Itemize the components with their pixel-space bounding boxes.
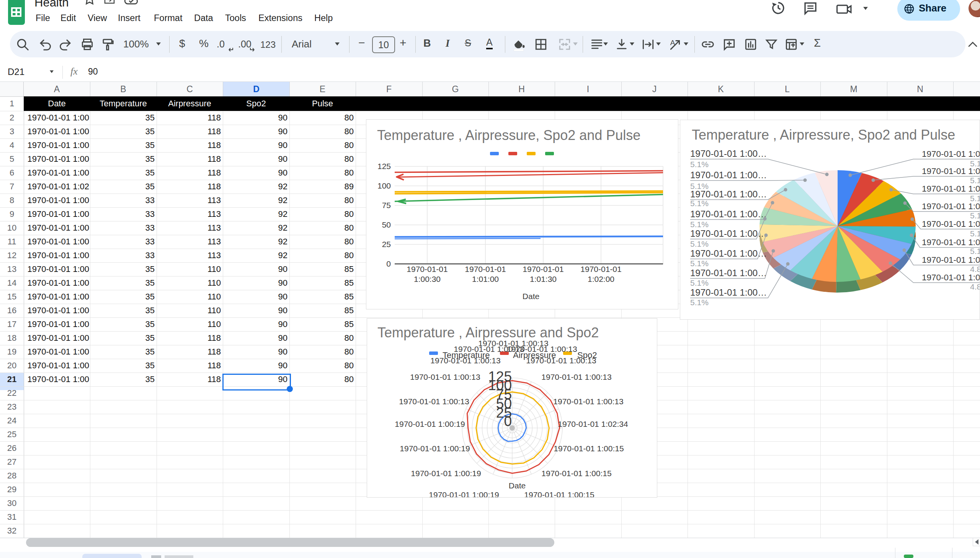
- svg-text:1970-01-01 1:00…: 1970-01-01 1:00…: [690, 287, 767, 297]
- svg-text:1970-01-01 1:00…: 1970-01-01 1:00…: [690, 148, 767, 159]
- svg-text:1970-01-01: 1970-01-01: [465, 265, 506, 274]
- svg-text:1970-01-01 1:00:13: 1970-01-01 1:00:13: [399, 397, 469, 406]
- svg-text:5.1%: 5.1%: [690, 259, 708, 268]
- svg-text:5.1%: 5.1%: [970, 247, 980, 256]
- svg-text:1970-01-01 1:00:13: 1970-01-01 1:00:13: [541, 373, 611, 381]
- svg-text:1970-01-01 1:00:19: 1970-01-01 1:00:19: [395, 420, 465, 428]
- svg-text:4.8%: 4.8%: [970, 282, 980, 291]
- svg-text:1970-01-01 1:00…: 1970-01-01 1:00…: [690, 189, 767, 199]
- svg-text:1970-01-01 1:00:15: 1970-01-01 1:00:15: [541, 469, 611, 478]
- svg-text:50: 50: [382, 220, 391, 229]
- svg-text:125: 125: [377, 162, 391, 171]
- svg-text:Date: Date: [509, 481, 525, 490]
- svg-text:1970-01-01 1:00:19: 1970-01-01 1:00:19: [429, 490, 499, 497]
- svg-text:1970-01-01 1:00…: 1970-01-01 1:00…: [690, 209, 767, 219]
- svg-text:Temperature , Airpressure and: Temperature , Airpressure and Spo2: [377, 325, 599, 340]
- svg-text:5.1%: 5.1%: [970, 176, 980, 185]
- svg-text:1:01:30: 1:01:30: [530, 275, 557, 283]
- svg-text:1970-01-01 1:00:13: 1970-01-01 1:00:13: [922, 166, 980, 176]
- svg-text:A: A: [670, 39, 675, 47]
- svg-text:5.1%: 5.1%: [690, 298, 708, 307]
- svg-text:5.1%: 5.1%: [690, 220, 708, 229]
- svg-text:5.1%: 5.1%: [690, 240, 708, 248]
- svg-text:1970-01-01 1:00:13: 1970-01-01 1:00:13: [922, 219, 980, 229]
- svg-text:1970-01-01 1:00:13: 1970-01-01 1:00:13: [430, 356, 500, 365]
- svg-text:1970-01-01 1:02:34: 1970-01-01 1:02:34: [922, 238, 980, 247]
- svg-text:Temperature , Airpressure, Spo: Temperature , Airpressure, Spo2 and Puls…: [377, 127, 641, 143]
- svg-text:1970-01-01 1:00:15: 1970-01-01 1:00:15: [922, 273, 980, 282]
- svg-text:1970-01-01 1:00…: 1970-01-01 1:00…: [690, 268, 767, 278]
- svg-text:25: 25: [382, 240, 391, 249]
- svg-text:1970-01-01 1:00…: 1970-01-01 1:00…: [690, 248, 767, 259]
- svg-text:1970-01-01 1:00:13: 1970-01-01 1:00:13: [922, 149, 980, 159]
- svg-text:5.1%: 5.1%: [970, 211, 980, 220]
- svg-text:1970-01-01 1:00:13: 1970-01-01 1:00:13: [507, 345, 577, 353]
- svg-text:1970-01-01 1:00:15: 1970-01-01 1:00:15: [553, 444, 624, 453]
- svg-text:1970-01-01: 1970-01-01: [522, 265, 563, 274]
- svg-text:5.1%: 5.1%: [690, 160, 708, 169]
- svg-text:5.1%: 5.1%: [690, 279, 708, 287]
- svg-text:1970-01-01 1:00:15: 1970-01-01 1:00:15: [524, 490, 594, 497]
- svg-text:1970-01-01 1:02:34: 1970-01-01 1:02:34: [558, 420, 628, 428]
- svg-text:1970-01-01 1:00:13: 1970-01-01 1:00:13: [526, 356, 596, 365]
- svg-text:5.1%: 5.1%: [970, 229, 980, 238]
- svg-text:1970-01-01 1:00:13: 1970-01-01 1:00:13: [553, 397, 623, 406]
- svg-text:Date: Date: [522, 292, 539, 300]
- svg-text:1:00:30: 1:00:30: [414, 275, 441, 283]
- svg-text:1970-01-01: 1970-01-01: [580, 265, 621, 274]
- svg-text:1970-01-01 1:00:13: 1970-01-01 1:00:13: [922, 202, 980, 211]
- svg-text:1970-01-01 1:00:13: 1970-01-01 1:00:13: [922, 184, 980, 194]
- svg-text:0: 0: [386, 259, 391, 268]
- svg-text:5.1%: 5.1%: [690, 199, 708, 208]
- svg-text:Temperature , Airpressure, Spo: Temperature , Airpressure, Spo2 and Puls…: [692, 127, 955, 143]
- svg-text:1970-01-01 1:00:15: 1970-01-01 1:00:15: [922, 255, 980, 265]
- svg-text:100: 100: [377, 181, 391, 190]
- svg-text:1970-01-01 1:00…: 1970-01-01 1:00…: [690, 170, 767, 180]
- svg-text:1970-01-01: 1970-01-01: [407, 265, 448, 274]
- svg-text:4.8%: 4.8%: [970, 265, 980, 274]
- svg-text:1970-01-01 1:00:19: 1970-01-01 1:00:19: [400, 444, 470, 453]
- svg-text:1:01:00: 1:01:00: [472, 275, 499, 283]
- svg-text:75: 75: [382, 201, 391, 210]
- svg-text:1970-01-01 1:00:13: 1970-01-01 1:00:13: [410, 373, 480, 381]
- svg-text:0: 0: [504, 414, 512, 429]
- svg-text:1:02:00: 1:02:00: [588, 275, 614, 283]
- svg-text:1970-01-01 1:00…: 1970-01-01 1:00…: [690, 228, 767, 239]
- svg-text:1970-01-01 1:00:19: 1970-01-01 1:00:19: [411, 469, 481, 478]
